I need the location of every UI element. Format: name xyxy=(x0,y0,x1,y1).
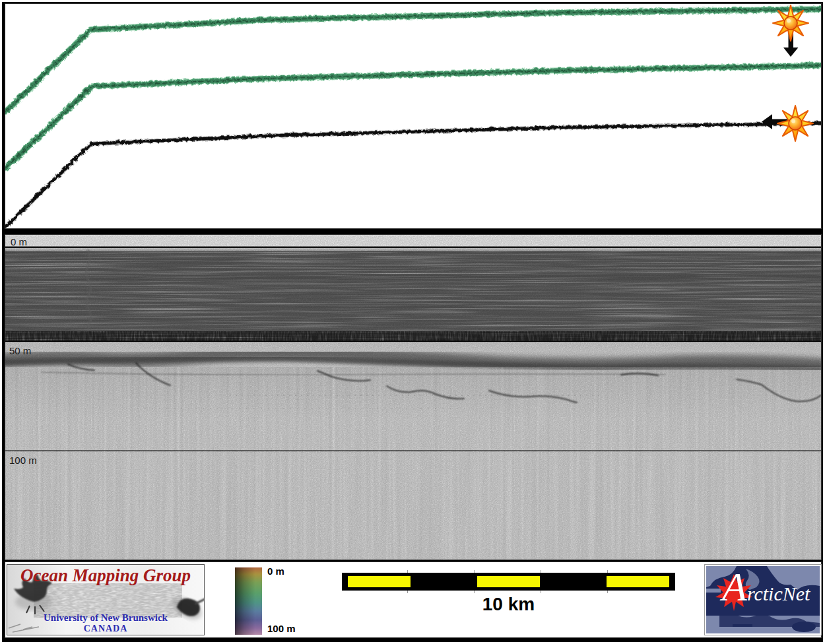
starburst-icon xyxy=(773,5,808,41)
omg-title: Ocean Mapping Group xyxy=(7,565,204,586)
scalebar-segment-black xyxy=(542,576,605,587)
multibeam-swath-upper xyxy=(5,9,821,111)
colorbar-bottom-label: 100 m xyxy=(267,623,296,634)
starburst-icon xyxy=(777,106,813,141)
scalebar-label: 10 km xyxy=(342,594,675,615)
depth-label-100m: 100 m xyxy=(9,455,37,465)
echo-speckle xyxy=(5,235,821,560)
depth-label-50m: 50 m xyxy=(9,346,31,356)
depth-colorbar xyxy=(235,567,262,635)
omg-logo: Ocean Mapping Group University of New Br… xyxy=(7,564,205,635)
track-map-panel xyxy=(5,3,822,229)
echogram-panel: 0 m 50 m 100 m xyxy=(5,234,822,560)
scalebar-segment-yellow xyxy=(477,576,540,587)
depth-label-0m: 0 m xyxy=(11,237,27,247)
colorbar-top-label: 0 m xyxy=(267,565,284,577)
omg-country: CANADA xyxy=(7,624,204,634)
footer-strip: Ocean Mapping Group University of New Br… xyxy=(5,562,822,638)
scalebar-segment-yellow xyxy=(348,576,411,587)
track-map-canvas xyxy=(5,4,821,228)
arcticnet-label: ArcticNet xyxy=(722,575,810,605)
distance-scalebar xyxy=(342,573,675,591)
starburst-marker-down xyxy=(773,5,808,57)
omg-subtitle: University of New Brunswick xyxy=(7,612,204,624)
scalebar-segment-yellow xyxy=(607,576,669,587)
page-frame: 0 m 50 m 100 m xyxy=(2,2,823,642)
starburst-marker-left xyxy=(762,106,813,141)
arcticnet-logo: ArcticNet xyxy=(704,564,822,635)
echogram-canvas xyxy=(5,235,821,560)
scalebar-segment-black xyxy=(412,576,475,587)
survey-track-line xyxy=(5,123,821,226)
multibeam-swath-lower xyxy=(5,65,821,167)
